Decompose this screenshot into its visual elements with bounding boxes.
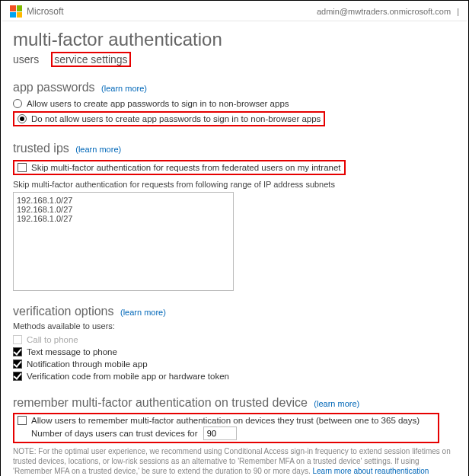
remember-mfa-learn-more-link[interactable]: (learn more) <box>314 399 359 408</box>
section-app-passwords-label: app passwords <box>13 81 95 94</box>
signed-in-user: admin@mwtraders.onmicrosoft.com <box>317 7 451 16</box>
checkbox-text-to-phone-label: Text message to phone <box>27 347 117 356</box>
microsoft-logo: Microsoft <box>10 5 64 18</box>
subnet-range-label: Skip multi-factor authentication for req… <box>13 180 456 189</box>
checkbox-text-to-phone[interactable] <box>13 347 22 356</box>
trusted-ip-subnets-input[interactable] <box>13 192 234 291</box>
checkbox-app-notification[interactable] <box>13 359 22 369</box>
tab-service-settings[interactable]: service settings <box>51 52 130 67</box>
radio-disallow-app-passwords[interactable] <box>18 114 27 123</box>
trust-days-label: Number of days users can trust devices f… <box>31 429 198 438</box>
checkbox-skip-federated-label: Skip multi-factor authentication for req… <box>31 163 341 172</box>
checkbox-app-code-label: Verification code from mobile app or har… <box>27 372 229 381</box>
checkbox-app-code[interactable] <box>13 372 22 381</box>
section-trusted-ips: trusted ips (learn more) <box>13 142 456 155</box>
radio-allow-app-passwords[interactable] <box>13 99 22 108</box>
radio-allow-app-passwords-label: Allow users to create app passwords to s… <box>27 99 289 108</box>
methods-available-label: Methods available to users: <box>13 321 456 331</box>
section-app-passwords: app passwords (learn more) <box>13 81 456 94</box>
checkbox-app-notification-label: Notification through mobile app <box>27 359 148 369</box>
section-remember-mfa: remember multi-factor authentication on … <box>13 396 456 410</box>
header-bar: Microsoft admin@mwtraders.onmicrosoft.co… <box>2 2 467 21</box>
remember-note: NOTE: For the optimal user experience, w… <box>13 446 456 476</box>
section-trusted-ips-label: trusted ips <box>13 142 69 155</box>
tab-users[interactable]: users <box>13 53 39 65</box>
radio-disallow-app-passwords-label: Do not allow users to create app passwor… <box>31 114 321 123</box>
microsoft-logo-icon <box>10 5 22 18</box>
section-verification-options: verification options (learn more) <box>13 305 456 318</box>
checkbox-call-to-phone <box>13 335 22 344</box>
app-passwords-learn-more-link[interactable]: (learn more) <box>101 84 147 93</box>
checkbox-skip-federated[interactable] <box>18 163 27 172</box>
page-title: multi-factor authentication <box>13 29 456 50</box>
brand-text: Microsoft <box>27 6 64 17</box>
section-verification-options-label: verification options <box>13 305 114 318</box>
checkbox-call-to-phone-label: Call to phone <box>27 335 78 344</box>
checkbox-remember-mfa[interactable] <box>18 416 27 425</box>
section-remember-mfa-label: remember multi-factor authentication on … <box>13 396 308 409</box>
trust-days-input[interactable] <box>203 426 237 440</box>
checkbox-remember-mfa-label: Allow users to remember multi-factor aut… <box>31 416 420 425</box>
trusted-ips-learn-more-link[interactable]: (learn more) <box>75 145 121 154</box>
header-divider: | <box>457 7 459 16</box>
verification-learn-more-link[interactable]: (learn more) <box>120 308 166 317</box>
